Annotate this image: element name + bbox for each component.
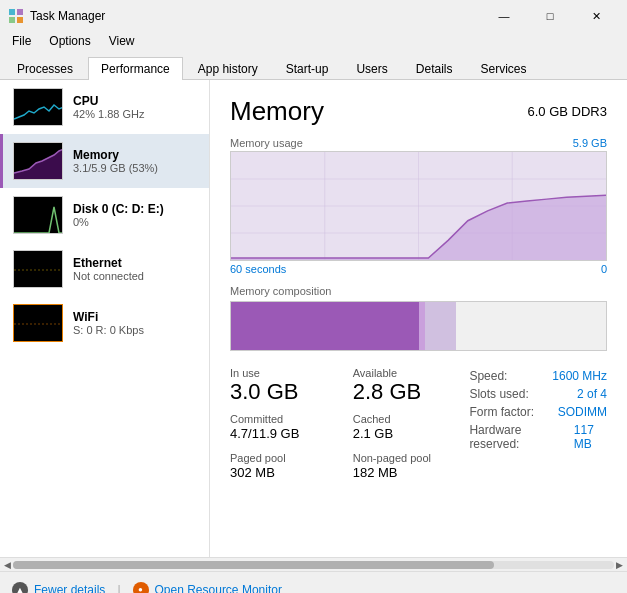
fewer-details-link[interactable]: ▲ Fewer details	[12, 582, 105, 594]
tab-app-history[interactable]: App history	[185, 57, 271, 80]
maximize-button[interactable]: □	[527, 6, 573, 26]
ethernet-subtitle: Not connected	[73, 270, 144, 282]
open-resource-monitor-link[interactable]: ● Open Resource Monitor	[133, 582, 282, 594]
window-title: Task Manager	[30, 9, 105, 23]
chart-max: 5.9 GB	[573, 137, 607, 149]
menu-options[interactable]: Options	[41, 32, 98, 50]
hw-reserved-row: Hardware reserved: 117 MB	[469, 423, 607, 451]
svg-rect-4	[14, 89, 63, 126]
in-use-label: In use	[230, 367, 337, 379]
ethernet-title: Ethernet	[73, 256, 144, 270]
menu-view[interactable]: View	[101, 32, 143, 50]
sidebar: CPU 42% 1.88 GHz Memory 3.1/5.9 GB (53%)	[0, 80, 210, 557]
svg-rect-0	[9, 9, 15, 15]
time-start-label: 60 seconds	[230, 263, 286, 275]
cached-value: 2.1 GB	[353, 425, 460, 443]
disk-subtitle: 0%	[73, 216, 164, 228]
footer: ▲ Fewer details | ● Open Resource Monito…	[0, 571, 627, 593]
hw-reserved-label: Hardware reserved:	[469, 423, 553, 451]
memory-mini-graph	[13, 142, 63, 180]
footer-separator: |	[117, 583, 120, 594]
main-content: CPU 42% 1.88 GHz Memory 3.1/5.9 GB (53%)	[0, 80, 627, 557]
sidebar-item-disk[interactable]: Disk 0 (C: D: E:) 0%	[0, 188, 209, 242]
stat-committed: Committed 4.7/11.9 GB	[230, 413, 337, 443]
svg-rect-8	[14, 251, 63, 288]
stat-available: Available 2.8 GB	[353, 367, 460, 405]
disk-title: Disk 0 (C: D: E:)	[73, 202, 164, 216]
open-resource-monitor-label: Open Resource Monitor	[155, 583, 282, 594]
composition-section: Memory composition	[230, 285, 607, 351]
detail-header: Memory 6.0 GB DDR3	[230, 96, 607, 127]
composition-bar	[230, 301, 607, 351]
speed-label: Speed:	[469, 369, 507, 383]
slots-label: Slots used:	[469, 387, 528, 401]
tab-processes[interactable]: Processes	[4, 57, 86, 80]
available-value: 2.8 GB	[353, 379, 460, 405]
fewer-details-label: Fewer details	[34, 583, 105, 594]
menu-bar: File Options View	[0, 30, 627, 52]
app-icon	[8, 8, 24, 24]
disk-mini-graph	[13, 196, 63, 234]
speed-row: Speed: 1600 MHz	[469, 369, 607, 383]
stats-area: In use 3.0 GB Available 2.8 GB Committed…	[230, 367, 607, 482]
committed-value: 4.7/11.9 GB	[230, 425, 337, 443]
scrollbar-area: ◀ ▶	[0, 557, 627, 571]
non-paged-pool-label: Non-paged pool	[353, 452, 460, 464]
in-use-value: 3.0 GB	[230, 379, 337, 405]
stat-in-use: In use 3.0 GB	[230, 367, 337, 405]
sidebar-item-wifi[interactable]: WiFi S: 0 R: 0 Kbps	[0, 296, 209, 350]
scroll-right-arrow[interactable]: ▶	[614, 560, 625, 570]
scrollbar-thumb[interactable]	[13, 561, 494, 569]
sidebar-item-ethernet[interactable]: Ethernet Not connected	[0, 242, 209, 296]
cpu-title: CPU	[73, 94, 145, 108]
non-paged-pool-value: 182 MB	[353, 464, 460, 482]
scroll-left-arrow[interactable]: ◀	[2, 560, 13, 570]
cached-label: Cached	[353, 413, 460, 425]
stat-paged-pool: Paged pool 302 MB	[230, 452, 337, 482]
memory-title: Memory	[73, 148, 158, 162]
paged-pool-label: Paged pool	[230, 452, 337, 464]
svg-rect-2	[9, 17, 15, 23]
slots-value: 2 of 4	[577, 387, 607, 401]
stats-left: In use 3.0 GB Available 2.8 GB Committed…	[230, 367, 459, 482]
ethernet-mini-graph	[13, 250, 63, 288]
speed-value: 1600 MHz	[552, 369, 607, 383]
tab-services[interactable]: Services	[467, 57, 539, 80]
svg-rect-10	[14, 305, 63, 342]
tab-startup[interactable]: Start-up	[273, 57, 342, 80]
wifi-mini-graph	[13, 304, 63, 342]
tab-users[interactable]: Users	[343, 57, 400, 80]
title-bar: Task Manager — □ ✕	[0, 0, 627, 30]
cpu-mini-graph	[13, 88, 63, 126]
tab-bar: Processes Performance App history Start-…	[0, 52, 627, 80]
fewer-details-icon: ▲	[12, 582, 28, 594]
tab-details[interactable]: Details	[403, 57, 466, 80]
comp-standby	[425, 302, 456, 350]
committed-label: Committed	[230, 413, 337, 425]
detail-title: Memory	[230, 96, 324, 127]
comp-inuse	[231, 302, 419, 350]
slots-row: Slots used: 2 of 4	[469, 387, 607, 401]
minimize-button[interactable]: —	[481, 6, 527, 26]
composition-label: Memory composition	[230, 285, 607, 297]
chart-label: Memory usage	[230, 137, 303, 149]
menu-file[interactable]: File	[4, 32, 39, 50]
svg-rect-3	[17, 17, 23, 23]
svg-rect-1	[17, 9, 23, 15]
close-button[interactable]: ✕	[573, 6, 619, 26]
memory-usage-section: Memory usage 5.9 GB	[230, 137, 607, 275]
wifi-title: WiFi	[73, 310, 144, 324]
time-end-label: 0	[601, 263, 607, 275]
sidebar-item-cpu[interactable]: CPU 42% 1.88 GHz	[0, 80, 209, 134]
form-label: Form factor:	[469, 405, 534, 419]
scrollbar-track[interactable]	[13, 561, 614, 569]
stat-non-paged-pool: Non-paged pool 182 MB	[353, 452, 460, 482]
tab-performance[interactable]: Performance	[88, 57, 183, 80]
sidebar-item-memory[interactable]: Memory 3.1/5.9 GB (53%)	[0, 134, 209, 188]
wifi-subtitle: S: 0 R: 0 Kbps	[73, 324, 144, 336]
form-row: Form factor: SODIMM	[469, 405, 607, 419]
memory-subtitle: 3.1/5.9 GB (53%)	[73, 162, 158, 174]
memory-usage-chart	[230, 151, 607, 261]
stats-right: Speed: 1600 MHz Slots used: 2 of 4 Form …	[469, 367, 607, 482]
comp-free	[456, 302, 606, 350]
